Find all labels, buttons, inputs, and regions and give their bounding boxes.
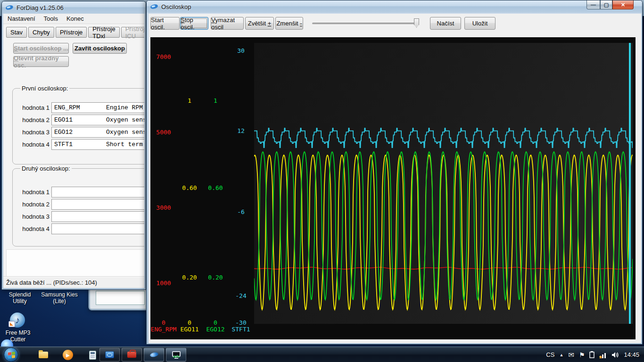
start-button[interactable] — [4, 347, 18, 362]
prvni-osciloskop-group: První osciloskop: hodnota 1 ENG_RPMEngin… — [12, 88, 144, 165]
network-icon[interactable]: ★ — [599, 352, 607, 358]
vymazat-oscil-button[interactable]: Vymazat oscil — [211, 17, 244, 30]
start-osciloskop-button: Start osciloskop ... — [13, 43, 69, 54]
taskbar-app-oscilloscope[interactable] — [166, 348, 186, 362]
fordiag-statusbar: Živá data běží ... (PIDs/sec.: 104) — [3, 276, 144, 288]
oscilloscope-plot-svg — [254, 43, 633, 324]
zvetsit-button[interactable]: Zvětšit + — [245, 17, 274, 30]
status-text: Živá data běží ... (PIDs/sec.: 104) — [6, 279, 97, 286]
hodnota4-label: hodnota 4 — [17, 141, 50, 148]
free-mp3-cutter-overlay-icon — [8, 321, 15, 327]
g2-hodnota4-field[interactable] — [51, 223, 144, 234]
calculator-taskbar-icon[interactable] — [86, 348, 99, 362]
toolbox-app-icon — [127, 352, 136, 358]
nacist-button[interactable]: Načíst — [430, 17, 461, 30]
oscilloscope-plot[interactable] — [254, 43, 633, 324]
media-player-taskbar-icon[interactable]: ▶ — [61, 348, 74, 362]
fordiag-window-title: ForDiag v1.25.06 — [14, 4, 64, 11]
desktop-icon-label[interactable]: Samsung Kies (Lite) — [40, 291, 79, 304]
osciloskop-toolbar: Start oscil. Stop oscil. Vymazat oscil Z… — [149, 14, 641, 35]
axis-tick-ENG_RPM: 7000 — [144, 53, 183, 61]
fordiag-swoosh-icon — [149, 352, 159, 358]
menu-nastaveni[interactable]: Nastavení — [3, 15, 40, 22]
hodnota2-label: hodnota 2 — [17, 116, 50, 123]
fordiag-tab-row: Stav Chyby Přístroje Přístroje TDxl Přís… — [6, 27, 144, 38]
trace-STFT1 — [254, 128, 633, 148]
calculator-icon — [89, 351, 96, 360]
axis-tick-EGO12: 1 — [196, 97, 235, 105]
action-center-flag-icon[interactable]: ⚑ — [579, 351, 585, 359]
g2-hodnota2-field[interactable] — [51, 199, 144, 210]
hodnota3-field[interactable]: EGO12Oxygen sens — [51, 127, 144, 138]
trace-EGO12 — [254, 152, 633, 300]
g2-hodnota3-label: hodnota 3 — [17, 213, 50, 220]
hodnota1-field[interactable]: ENG_RPMEngine RPM — [51, 102, 144, 113]
zmensit-button[interactable]: Zmenšit - — [275, 17, 303, 30]
osciloskop-window-title: Osciloskop — [158, 3, 191, 10]
plot-cursor-line — [629, 43, 631, 324]
axis-tick-EGO12: 0.20 — [196, 274, 235, 281]
druhy-osciloskop-group: Druhý osciloskop: hodnota 1 hodnota 2 ho… — [12, 168, 144, 247]
trace-ENG_RPM — [254, 267, 633, 269]
stop-oscil-button[interactable]: Stop oscil. — [180, 17, 208, 30]
play-icon: ▶ — [63, 350, 73, 360]
tab-stav[interactable]: Stav — [6, 27, 27, 38]
display-app-icon — [105, 351, 114, 358]
fordiag-app-icon — [5, 4, 14, 11]
g2-hodnota1-label: hodnota 1 — [17, 189, 50, 196]
tab-pristroje[interactable]: Přístroje — [56, 27, 87, 38]
fordiag-menubar: Nastavení Tools Konec — [3, 14, 144, 24]
zoom-slider[interactable] — [312, 23, 418, 25]
language-indicator[interactable]: CS — [546, 351, 554, 358]
clock[interactable]: 14:45 — [624, 351, 639, 358]
g2-hodnota4-label: hodnota 4 — [17, 225, 50, 232]
group2-title: Druhý osciloskop: — [20, 165, 72, 172]
g2-hodnota3-field[interactable] — [51, 211, 144, 222]
zavrit-osciloskop-button[interactable]: Zavřít osciloskop — [73, 43, 127, 54]
axis-tick-ENG_RPM: 3000 — [144, 204, 183, 212]
taskbar-app-fordiag[interactable] — [144, 348, 164, 362]
tab-pristroje-tdxl[interactable]: Přístroje TDxl — [88, 27, 119, 38]
battery-icon[interactable] — [589, 351, 594, 358]
menu-konec[interactable]: Konec — [62, 15, 88, 22]
fordiag-titlebar[interactable]: ForDiag v1.25.06 — [2, 1, 146, 14]
oscilloscope-scale-panel: 70005000300010000ENG_RPM10.600.200EGO111… — [150, 37, 254, 339]
zoom-slider-thumb[interactable] — [414, 18, 419, 28]
osciloskop-app-icon — [150, 3, 158, 10]
show-hidden-icons-icon[interactable]: ▲ — [559, 353, 563, 357]
oscilloscope-app-icon — [172, 351, 181, 359]
hodnota1-label: hodnota 1 — [17, 104, 50, 111]
osciloskop-titlebar[interactable]: Osciloskop — [147, 0, 642, 13]
tab-chyby[interactable]: Chyby — [28, 27, 54, 38]
windows-logo-icon — [8, 352, 15, 359]
osciloskop-window: Osciloskop — ▢ ✕ Start oscil. Stop oscil… — [146, 0, 643, 345]
g2-hodnota1-field[interactable] — [51, 187, 144, 197]
oscilloscope-client-area: 70005000300010000ENG_RPM10.600.200EGO111… — [150, 37, 636, 339]
group1-title: První osciloskop: — [20, 85, 69, 92]
hodnota2-field[interactable]: EGO11Oxygen sens — [51, 115, 144, 125]
axis-tick-ENG_RPM: 5000 — [144, 129, 183, 136]
hodnota3-label: hodnota 3 — [17, 129, 50, 136]
close-button[interactable]: ✕ — [612, 0, 634, 9]
taskbar-app-display[interactable] — [99, 348, 120, 362]
start-oscil-button[interactable]: Start oscil. — [150, 17, 180, 30]
fordiag-window: ForDiag v1.25.06 Nastavení Tools Konec S… — [1, 1, 146, 290]
hodnota4-field[interactable]: STFT1Short term — [51, 139, 144, 150]
otevrit-prazdny-osc-button: Otevřít prázdný osc. — [13, 56, 69, 67]
minimize-button[interactable]: — — [586, 0, 600, 9]
folder-icon — [39, 352, 48, 358]
no-internet-star-icon: ★ — [598, 354, 603, 360]
background-window-fragment — [89, 288, 147, 310]
maximize-button[interactable]: ▢ — [600, 0, 612, 9]
music-note-icon: ♪ — [15, 315, 20, 326]
menu-tools[interactable]: Tools — [40, 15, 62, 22]
ulozit-button[interactable]: Uložit — [464, 17, 495, 30]
volume-icon[interactable] — [611, 352, 619, 358]
taskbar-app-toolbox[interactable] — [122, 348, 142, 362]
explorer-taskbar-icon[interactable] — [37, 348, 50, 362]
tab-pristroje-icu: Přístroje ICU — [121, 27, 144, 38]
mail-icon[interactable]: ✉ — [568, 351, 574, 359]
series-name-STFT1: STFT1 — [221, 326, 261, 333]
desktop-icon-label[interactable]: Splendid Utility — [3, 291, 37, 304]
taskbar: ▶ CS ▲ ✉ ⚑ ★ 14:45 — [0, 346, 644, 362]
